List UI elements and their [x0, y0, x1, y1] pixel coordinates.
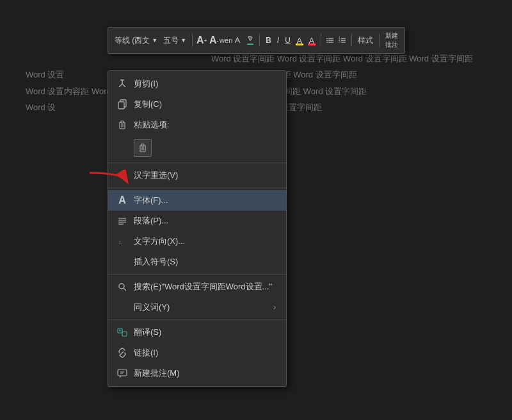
sep-1	[192, 34, 193, 47]
svg-rect-1	[247, 44, 253, 45]
synonym-icon	[116, 301, 129, 314]
svg-rect-42	[118, 369, 127, 376]
svg-text:3: 3	[339, 40, 340, 44]
copy-icon	[116, 98, 129, 111]
svg-point-35	[119, 284, 124, 289]
copy-label: 复制(C)	[134, 99, 276, 110]
text-direction-item[interactable]: ↕ 文字方向(X)...	[108, 231, 286, 252]
svg-rect-26	[141, 144, 144, 146]
text-direction-icon: ↕	[116, 235, 129, 248]
font-size-dropdown[interactable]: 五号 ▼	[161, 34, 189, 47]
shrink-font-button[interactable]: A-	[208, 35, 220, 46]
svg-point-5	[326, 38, 328, 39]
highlight-button[interactable]: A	[294, 35, 305, 46]
copy-menu-item[interactable]: 复制(C)	[108, 94, 286, 115]
link-label: 链接(I)	[134, 347, 276, 359]
translate-label: 翻译(S)	[134, 327, 276, 338]
underline-button[interactable]: U	[282, 35, 293, 46]
paste-options-label: 粘贴选项:	[134, 119, 276, 131]
cut-icon	[116, 77, 129, 90]
sep-after-symbol	[108, 274, 286, 275]
font-family-arrow: ▼	[152, 37, 157, 44]
svg-rect-21	[121, 121, 124, 123]
sep-2	[259, 34, 260, 47]
synonym-menu-item[interactable]: 同义词(Y) ›	[108, 297, 286, 318]
svg-line-15	[122, 84, 125, 87]
paste-options-row	[108, 135, 286, 161]
hanzi-label: 汉字重选(V)	[134, 170, 276, 181]
italic-button[interactable]: I	[275, 35, 282, 46]
hanzi-icon	[116, 169, 129, 182]
paste-icon	[116, 118, 129, 131]
font-family-group: 等线 (西文 ▼ 五号 ▼	[112, 34, 189, 47]
hanzi-reselect-item[interactable]: 汉字重选(V)	[108, 165, 286, 186]
insert-symbol-icon	[116, 255, 129, 268]
translate-menu-item[interactable]: 翻译(S)	[108, 322, 286, 343]
paragraph-menu-item[interactable]: 段落(P)...	[108, 211, 286, 231]
link-icon	[116, 346, 129, 359]
sep-4	[351, 34, 352, 47]
svg-line-14	[119, 84, 122, 87]
sep-after-hanzi	[108, 188, 286, 188]
bullet-list-button[interactable]	[324, 35, 336, 46]
font-color-button[interactable]: A	[306, 35, 317, 46]
list-group: 123	[324, 35, 348, 46]
text-style-group: B I U A A	[263, 35, 317, 46]
paint-button[interactable]	[244, 35, 256, 46]
grow-font-button[interactable]: A+	[196, 35, 207, 46]
sep-after-paste	[108, 163, 286, 163]
format-button[interactable]	[232, 35, 244, 46]
sep-5	[379, 34, 380, 47]
paste-keep-source-button[interactable]	[134, 139, 152, 157]
font-size-arrow: ▼	[180, 37, 186, 44]
svg-rect-19	[118, 102, 124, 109]
search-label: 搜索(E)"Word设置字间距Word设置..."	[134, 281, 276, 293]
new-comment-icon	[116, 367, 129, 380]
style-button[interactable]: 样式	[355, 34, 376, 47]
bold-button[interactable]: B	[263, 35, 274, 46]
new-comment-label: 新建批注(M)	[134, 368, 276, 379]
translate-icon	[116, 326, 129, 339]
font-menu-item[interactable]: A 字体(F)...	[108, 190, 286, 211]
search-menu-item[interactable]: 搜索(E)"Word设置字间距Word设置..."	[108, 277, 286, 297]
text-direction-label: 文字方向(X)...	[134, 236, 276, 247]
svg-line-41	[121, 351, 124, 354]
new-comment-button[interactable]: 新建 批注	[383, 30, 401, 51]
paragraph-label: 段落(P)...	[134, 215, 276, 227]
svg-text:↕: ↕	[118, 239, 122, 245]
cut-label: 剪切(I)	[134, 78, 276, 90]
svg-point-6	[326, 40, 328, 41]
font-size-controls: A+ A- wen	[196, 35, 256, 46]
paragraph-icon	[116, 214, 129, 227]
font-family-dropdown[interactable]: 等线 (西文 ▼	[112, 34, 160, 47]
paste-options-header: 粘贴选项:	[108, 115, 286, 135]
svg-point-7	[326, 42, 328, 43]
float-toolbar: 等线 (西文 ▼ 五号 ▼ A+ A- wen B I U A A	[108, 27, 405, 54]
search-icon	[116, 280, 129, 293]
insert-symbol-item[interactable]: 插入符号(S)	[108, 252, 286, 272]
insert-symbol-label: 插入符号(S)	[134, 256, 276, 268]
synonym-label: 同义词(Y)	[134, 302, 268, 313]
sep-3	[321, 34, 321, 47]
cut-menu-item[interactable]: 剪切(I)	[108, 74, 286, 94]
svg-rect-38	[122, 332, 127, 336]
synonym-arrow: ›	[273, 303, 276, 312]
sep-after-synonym	[108, 319, 286, 320]
context-menu: 剪切(I) 复制(C) 粘贴选项:	[108, 70, 287, 387]
svg-line-36	[124, 288, 126, 291]
font-a-icon: A	[116, 194, 129, 207]
new-comment-menu-item[interactable]: 新建批注(M)	[108, 363, 286, 384]
numbered-list-button[interactable]: 123	[337, 35, 348, 46]
link-menu-item[interactable]: 链接(I)	[108, 343, 286, 363]
wen-button[interactable]: wen	[220, 35, 232, 46]
font-label: 字体(F)...	[134, 195, 276, 206]
